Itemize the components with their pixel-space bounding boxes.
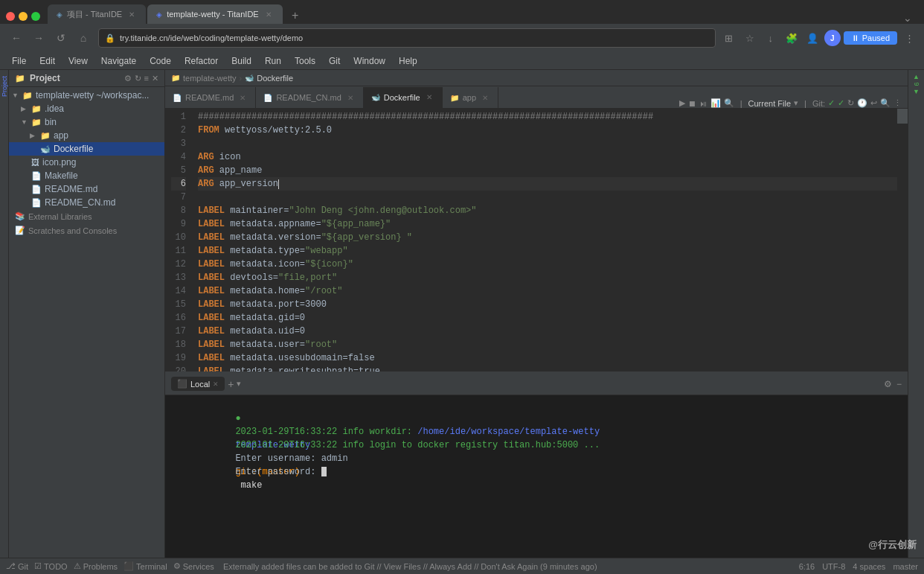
menu-code[interactable]: Code xyxy=(144,54,177,68)
sidebar-scratches-consoles[interactable]: 📝 Scratches and Consoles xyxy=(9,223,164,237)
line-num-14: 14 xyxy=(171,284,186,298)
home-button[interactable]: ⌂ xyxy=(73,28,94,48)
editor-scrollbar[interactable] xyxy=(897,109,908,371)
status-services[interactable]: ⚙ Services xyxy=(173,561,214,571)
terminal-tab-local[interactable]: ⬛ Local ✕ xyxy=(171,377,225,391)
browser-tab-1[interactable]: ◈ 项目 - TitanIDE ✕ xyxy=(48,4,146,24)
right-badge[interactable]: ▲ 9 ▼ xyxy=(913,73,920,95)
editor-tab-dockerfile[interactable]: 🐋 Dockerfile ✕ xyxy=(364,87,443,108)
new-tab-button[interactable]: + xyxy=(287,7,304,24)
tree-item-app[interactable]: ▶ 📁 app xyxy=(9,129,164,142)
code-label-kw-7: LABEL xyxy=(198,284,225,298)
maximize-window-button[interactable] xyxy=(31,12,40,21)
minimize-window-button[interactable] xyxy=(19,12,28,21)
git-search-icon[interactable]: 🔍 xyxy=(880,98,891,108)
paused-button[interactable]: ⏸ Paused xyxy=(844,31,897,45)
toolbar-coverage-icon[interactable]: 🔍 xyxy=(724,98,734,108)
status-git[interactable]: ⎇ Git xyxy=(6,561,28,571)
code-editor[interactable]: ########################################… xyxy=(192,109,897,371)
terminal-tab-local-label: Local xyxy=(190,380,210,389)
download-icon[interactable]: ↓ xyxy=(762,29,780,47)
code-label-val-13a: metadata.rewritesubpath=true xyxy=(225,365,380,371)
editor-tab-readmecn[interactable]: 📄 README_CN.md ✕ xyxy=(256,87,363,108)
terminal-add-button[interactable]: + xyxy=(228,378,234,390)
terminal-tab-close[interactable]: ✕ xyxy=(213,380,219,388)
dropdown-icon[interactable]: ▾ xyxy=(794,98,798,108)
terminal-chevron-icon[interactable]: ▾ xyxy=(237,379,241,389)
tree-item-makefile[interactable]: 📄 Makefile xyxy=(9,169,164,182)
tab-dockerfile-close[interactable]: ✕ xyxy=(424,92,434,102)
file-tree: ▼ 📁 template-wetty ~/workspac... ▶ 📁 .id… xyxy=(9,87,164,558)
status-todo[interactable]: ☑ TODO xyxy=(34,561,68,571)
sidebar-sync-icon[interactable]: ↻ xyxy=(135,74,141,83)
menu-window[interactable]: Window xyxy=(347,54,391,68)
tree-file-icon-makefile: 📄 xyxy=(31,171,42,181)
code-label-kw-12: LABEL xyxy=(198,351,225,365)
code-label-val-10a: metadata.uid=0 xyxy=(225,325,305,338)
tree-item-root[interactable]: ▼ 📁 template-wetty ~/workspac... xyxy=(9,89,164,102)
menu-edit[interactable]: Edit xyxy=(33,54,61,68)
menu-git[interactable]: Git xyxy=(323,54,346,68)
git-undo-icon[interactable]: ↩ xyxy=(870,98,877,108)
menu-build[interactable]: Build xyxy=(225,54,257,68)
sidebar-external-libraries[interactable]: 📚 External Libraries xyxy=(9,209,164,223)
project-activity-label[interactable]: Project xyxy=(1,76,8,97)
forward-button[interactable]: → xyxy=(28,28,49,48)
profile-icon[interactable]: 👤 xyxy=(803,29,821,47)
toolbar-run-icon[interactable]: ▶ xyxy=(679,98,685,108)
terminal-settings-icon[interactable]: ⚙ xyxy=(884,379,892,389)
scrollbar-thumb[interactable] xyxy=(897,109,908,124)
url-text: try.titanide.cn/ide/web/coding/template-… xyxy=(120,34,303,42)
tree-item-readmecn[interactable]: 📄 README_CN.md xyxy=(9,196,164,209)
sidebar-collapse-icon[interactable]: ≡ xyxy=(144,74,149,83)
menu-help[interactable]: Help xyxy=(393,54,423,68)
tab-app-close[interactable]: ✕ xyxy=(480,93,490,103)
menu-run[interactable]: Run xyxy=(259,54,287,68)
tab-readme-close[interactable]: ✕ xyxy=(237,93,248,103)
menu-refactor[interactable]: Refactor xyxy=(179,54,224,68)
code-line-2: FROM wettyoss/wetty:2.5.0 xyxy=(198,124,897,137)
term-cmd: make xyxy=(235,480,262,491)
terminal-minimize-icon[interactable]: − xyxy=(896,379,902,389)
git-clock-icon[interactable]: 🕐 xyxy=(857,98,867,108)
menu-icon[interactable]: ⋮ xyxy=(900,29,918,47)
git-sync-icon[interactable]: ↻ xyxy=(847,98,854,108)
sidebar-gear-icon[interactable]: ⚙ xyxy=(124,74,132,83)
tree-item-readme[interactable]: 📄 README.md xyxy=(9,182,164,196)
menu-file[interactable]: File xyxy=(6,54,32,68)
avatar-button[interactable]: J xyxy=(824,30,841,46)
menu-view[interactable]: View xyxy=(62,54,94,68)
close-window-button[interactable] xyxy=(6,12,15,21)
back-button[interactable]: ← xyxy=(6,28,27,48)
reload-button[interactable]: ↺ xyxy=(51,28,71,48)
term-info-2: 2023-01-29T16:33:22 info login to docker… xyxy=(235,440,600,450)
browser-tabs-bar: ◈ 项目 - TitanIDE ✕ ◈ template-wetty - Tit… xyxy=(0,0,924,24)
editor-tab-readme[interactable]: 📄 README.md ✕ xyxy=(165,87,256,108)
extensions2-icon[interactable]: 🧩 xyxy=(783,29,801,47)
tree-arrow-idea: ▶ xyxy=(21,105,28,112)
tab2-close-icon[interactable]: ✕ xyxy=(263,9,274,19)
tree-item-bin[interactable]: ▼ 📁 bin xyxy=(9,115,164,129)
tree-item-dockerfile[interactable]: 🐋 Dockerfile xyxy=(9,142,164,156)
menu-navigate[interactable]: Navigate xyxy=(95,54,142,68)
code-line-6: ARG app_version xyxy=(198,177,897,191)
status-problems[interactable]: ⚠ Problems xyxy=(74,561,118,571)
tree-item-idea[interactable]: ▶ 📁 .idea xyxy=(9,102,164,115)
address-bar[interactable]: 🔒 try.titanide.cn/ide/web/coding/templat… xyxy=(98,28,716,48)
status-terminal[interactable]: ⬛ Terminal xyxy=(123,561,167,571)
toolbar-debug-icon[interactable]: ⏯ xyxy=(699,99,708,108)
bookmark-icon[interactable]: ☆ xyxy=(741,29,759,47)
menu-tools[interactable]: Tools xyxy=(289,54,321,68)
extensions-icon[interactable]: ⊞ xyxy=(720,29,738,47)
editor-toolbar: ▶ ⏹ ⏯ 📊 🔍 | Current File ▾ | Git: ✓ ✓ ↻ … xyxy=(673,98,908,108)
tab1-close-icon[interactable]: ✕ xyxy=(126,9,137,19)
toolbar-more-icon[interactable]: ⋮ xyxy=(893,98,902,108)
toolbar-profile-icon[interactable]: 📊 xyxy=(710,98,721,108)
tab-readmecn-close[interactable]: ✕ xyxy=(345,93,356,103)
code-line-19: LABEL metadata.usesubdomain=false xyxy=(198,351,897,365)
editor-tab-app[interactable]: 📁 app ✕ xyxy=(443,87,498,108)
browser-tab-2[interactable]: ◈ template-wetty - TitanIDE ✕ xyxy=(147,4,283,24)
toolbar-stop-icon[interactable]: ⏹ xyxy=(688,99,696,108)
tree-item-iconpng[interactable]: 🖼 icon.png xyxy=(9,156,164,169)
sidebar-close-icon[interactable]: ✕ xyxy=(152,74,158,83)
